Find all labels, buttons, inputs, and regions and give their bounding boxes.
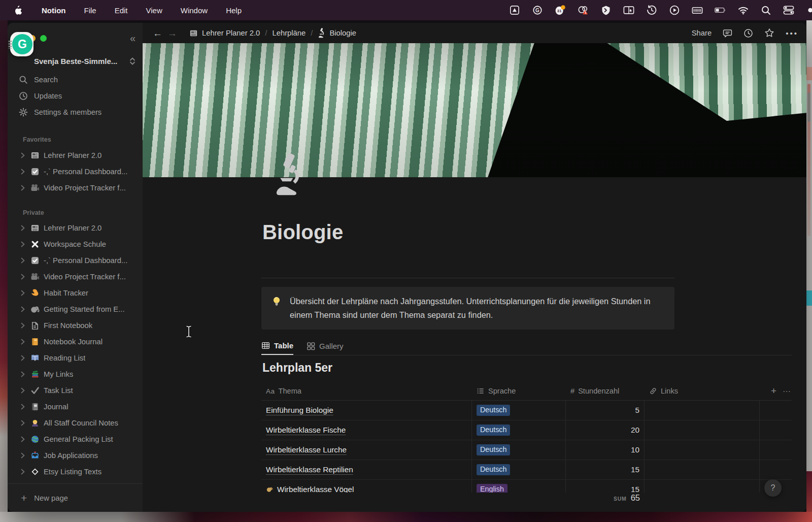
sidebar-item-journal[interactable]: Journal [8,399,143,415]
sidebar-item-video-tracker[interactable]: Video Project Tracker f... [8,269,143,285]
row-title[interactable]: Wirbeltierklasse Fische [266,426,346,435]
row-title[interactable]: Einführung Biologie [266,406,333,415]
table-row[interactable]: Einführung Biologie Deutsch 5 [261,401,792,420]
chevron-right-icon[interactable] [21,257,26,264]
sidebar-item-settings[interactable]: Settings & members [8,104,143,120]
zoom-window-button[interactable] [40,35,47,42]
keyboard-icon[interactable] [692,5,703,16]
sidebar-item-first-notebook[interactable]: First Notebook [8,317,143,334]
chevron-right-icon[interactable] [21,185,26,191]
grammarly-widget[interactable]: G [8,32,33,56]
table-row[interactable]: Wirbeltierklasse Fische Deutsch 20 [261,420,792,440]
database-title[interactable]: Lehrplan 5er [262,361,332,375]
grammarly-menu-icon[interactable]: G [532,5,543,16]
forward-arrow-icon[interactable]: → [167,28,177,38]
menu-file[interactable]: File [84,6,96,15]
links-cell[interactable] [645,401,760,420]
battery-icon[interactable] [715,5,726,16]
more-options-icon[interactable]: ••• [786,29,798,38]
chevron-right-icon[interactable] [21,169,26,175]
chevron-right-icon[interactable] [21,371,26,377]
callout-text[interactable]: Übersicht der Lehrpläne nach Jahrgangsst… [290,295,657,322]
drag-handle-icon[interactable] [8,40,12,49]
window-manager-icon[interactable] [623,5,634,16]
sprache-badge[interactable]: Deutsch [477,425,510,436]
sidebar-item-job-applications[interactable]: Job Applications [8,447,143,464]
sidebar-item-video-tracker-fav[interactable]: Video Project Tracker f... [8,180,143,196]
control-center-icon[interactable] [783,5,794,16]
sidebar-item-habit-tracker[interactable]: Habit Tracker [8,285,143,301]
sprache-badge[interactable]: Deutsch [477,444,510,456]
sidebar-item-getting-started[interactable]: Getting Started from E... [8,301,143,317]
stundenzahl-value[interactable]: 15 [631,485,639,493]
sidebar-item-task-list[interactable]: Task List [8,382,143,399]
sprache-badge[interactable]: Deutsch [477,405,510,416]
chevron-right-icon[interactable] [21,469,26,475]
column-header-sprache[interactable]: Sprache [472,387,566,395]
page-title[interactable]: Biologie [262,221,343,244]
stundenzahl-value[interactable]: 20 [631,426,639,435]
callout-block[interactable]: Übersicht der Lehrpläne nach Jahrgangsst… [261,287,674,330]
menu-app-name[interactable]: Notion [42,6,65,15]
calendar-badge-icon[interactable]: 31 [555,5,566,16]
chevron-right-icon[interactable] [21,241,26,247]
sidebar-item-personal-dashboard[interactable]: -,` Personal Dashboard... [8,252,143,269]
chevron-right-icon[interactable] [21,420,26,426]
table-row-partial[interactable]: Wirbeltierklasse Vögel English 15 [261,480,792,493]
links-cell[interactable] [645,440,760,460]
chevron-right-icon[interactable] [21,387,26,394]
shield-code-icon[interactable] [600,5,612,16]
favorite-star-icon[interactable] [764,28,774,38]
chevron-right-icon[interactable] [21,339,26,345]
column-header-links[interactable]: Links [645,387,760,395]
sidebar-item-reading-list[interactable]: Reading List [8,350,143,366]
table-row[interactable]: Wirbeltierklasse Reptilien Deutsch 15 [261,460,792,480]
table-more-icon[interactable]: ⋯ [783,386,791,396]
wifi-icon[interactable] [737,5,749,16]
sidebar-item-workspace-schule[interactable]: Workspace Schule [8,236,143,252]
sprache-badge[interactable]: English [477,484,507,493]
tab-gallery[interactable]: Gallery [307,337,344,355]
menu-view[interactable]: View [146,6,162,15]
chevron-right-icon[interactable] [21,404,26,410]
row-title[interactable]: Wirbeltierklasse Lurche [266,445,347,454]
row-title[interactable]: Wirbeltierklasse Vögel [277,485,354,493]
sidebar-item-updates[interactable]: Updates [8,88,143,104]
help-button[interactable]: ? [764,479,782,497]
sidebar-item-my-links[interactable]: My Links [8,366,143,382]
sidebar-collapse-icon[interactable]: « [130,33,134,43]
chevron-right-icon[interactable] [21,225,26,231]
creative-cloud-alert-icon[interactable] [578,5,589,16]
table-row[interactable]: Wirbeltierklasse Lurche Deutsch 10 [261,440,792,460]
breadcrumb-item-current[interactable]: Biologie [329,29,356,37]
cover-image[interactable] [143,43,806,177]
share-button[interactable]: Share [692,29,712,37]
microscope-icon[interactable] [274,152,304,197]
column-header-thema[interactable]: Aa Thema [261,387,472,395]
chevron-right-icon[interactable] [21,152,26,158]
stundenzahl-value[interactable]: 5 [635,406,639,415]
menu-window[interactable]: Window [181,6,208,15]
row-title[interactable]: Wirbeltierklasse Reptilien [266,465,353,474]
chevron-right-icon[interactable] [21,436,26,442]
links-cell[interactable] [645,420,760,440]
comments-icon[interactable] [723,28,732,38]
sum-label[interactable]: SUM [614,496,627,502]
sprache-badge[interactable]: Deutsch [477,464,510,476]
column-header-stundenzahl[interactable]: # Stundenzahl [566,387,645,395]
chevron-right-icon[interactable] [21,290,26,296]
stundenzahl-value[interactable]: 15 [631,465,639,474]
add-column-icon[interactable]: + [771,385,776,397]
spotlight-search-icon[interactable] [760,5,771,16]
play-circle-icon[interactable] [669,5,680,16]
sidebar-item-lehrer-planer-fav[interactable]: Lehrer Planer 2.0 [8,147,143,164]
back-arrow-icon[interactable]: ← [153,28,162,38]
chevron-right-icon[interactable] [21,355,26,361]
links-cell[interactable] [645,460,760,479]
chevron-right-icon[interactable] [21,452,26,459]
chevron-right-icon[interactable] [21,322,26,329]
tab-table[interactable]: Table [261,337,293,355]
sidebar-item-search[interactable]: Search [8,72,143,88]
stundenzahl-value[interactable]: 10 [631,445,639,454]
apple-icon[interactable] [12,5,23,16]
